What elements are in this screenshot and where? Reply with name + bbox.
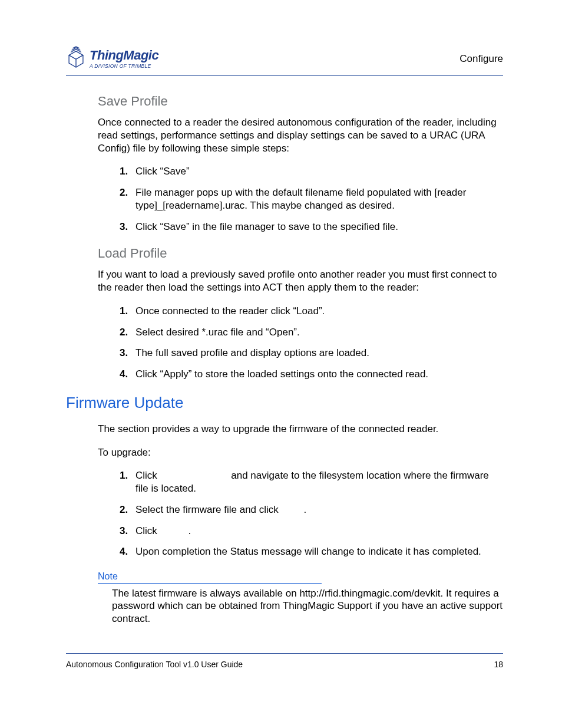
firmware-update-lead: To upgrade: bbox=[98, 446, 503, 459]
list-item: Click “Save” in the file manager to save… bbox=[131, 220, 503, 233]
list-item: Click and navigate to the filesystem loc… bbox=[131, 469, 503, 495]
list-item: File manager pops up with the default fi… bbox=[131, 186, 503, 212]
list-item: Click . bbox=[131, 525, 503, 538]
save-profile-intro: Once connected to a reader the desired a… bbox=[98, 116, 503, 154]
logo-block: ThingMagic A DIVISION OF TRIMBLE bbox=[66, 45, 158, 72]
page-footer: Autonomous Configuration Tool v1.0 User … bbox=[66, 653, 503, 669]
list-item: Select the firmware file and click . bbox=[131, 503, 503, 516]
list-item: Click “Apply” to store the loaded settin… bbox=[131, 368, 503, 381]
heading-load-profile: Load Profile bbox=[98, 246, 503, 261]
page-header: ThingMagic A DIVISION OF TRIMBLE Configu… bbox=[66, 45, 503, 76]
header-section-label: Configure bbox=[459, 45, 503, 65]
heading-save-profile: Save Profile bbox=[98, 94, 503, 109]
load-profile-intro: If you want to load a previously saved p… bbox=[98, 268, 503, 294]
list-item: Select desired *.urac file and “Open”. bbox=[131, 326, 503, 339]
note-text: The latest firmware is always available … bbox=[98, 587, 503, 625]
thingmagic-logo-icon bbox=[66, 45, 86, 72]
firmware-update-intro: The section provides a way to upgrade th… bbox=[98, 423, 503, 436]
logo-name: ThingMagic bbox=[90, 48, 158, 63]
save-profile-steps: Click “Save” File manager pops up with t… bbox=[98, 165, 503, 233]
list-item: The full saved profile and display optio… bbox=[131, 347, 503, 360]
list-item: Click “Save” bbox=[131, 165, 503, 178]
logo-tagline: A DIVISION OF TRIMBLE bbox=[90, 63, 158, 69]
load-profile-steps: Once connected to the reader click “Load… bbox=[98, 305, 503, 381]
note-label: Note bbox=[98, 571, 322, 584]
note-block: Note The latest firmware is always avail… bbox=[98, 571, 503, 625]
content: Save Profile Once connected to a reader … bbox=[66, 94, 503, 625]
firmware-update-steps: Click and navigate to the filesystem loc… bbox=[98, 469, 503, 558]
logo-text: ThingMagic A DIVISION OF TRIMBLE bbox=[90, 48, 158, 69]
list-item: Once connected to the reader click “Load… bbox=[131, 305, 503, 318]
heading-firmware-update: Firmware Update bbox=[66, 394, 503, 412]
list-item: Upon completion the Status message will … bbox=[131, 545, 503, 558]
page-root: ThingMagic A DIVISION OF TRIMBLE Configu… bbox=[0, 0, 562, 728]
footer-title: Autonomous Configuration Tool v1.0 User … bbox=[66, 660, 243, 669]
footer-page-number: 18 bbox=[494, 660, 503, 669]
